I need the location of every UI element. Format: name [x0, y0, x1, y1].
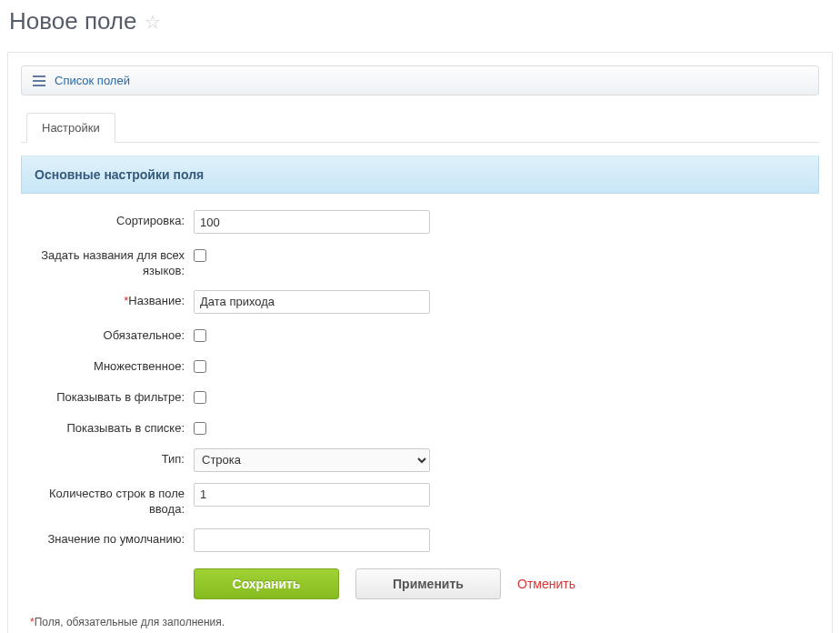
- label-type: Тип:: [30, 448, 194, 467]
- form-area: Сортировка: Задать названия для всех язы…: [21, 194, 819, 633]
- label-default-value: Значение по умолчанию:: [30, 528, 194, 548]
- svg-rect-2: [33, 85, 45, 86]
- row-all-lang-names: Задать названия для всех языков:: [30, 245, 810, 279]
- checkbox-show-in-list[interactable]: [194, 422, 206, 435]
- input-name[interactable]: [194, 290, 430, 314]
- checkbox-multiple[interactable]: [194, 360, 206, 373]
- tab-settings[interactable]: Настройки: [26, 113, 115, 143]
- label-multiple: Множественное:: [30, 356, 194, 375]
- list-icon: [33, 75, 45, 86]
- checkbox-show-in-filter[interactable]: [194, 391, 206, 404]
- select-type[interactable]: Строка: [194, 448, 430, 472]
- row-show-in-filter: Показывать в фильтре:: [30, 387, 810, 407]
- row-input-rows: Количество строк в поле ввода:: [30, 483, 810, 517]
- label-name: *Название:: [30, 290, 194, 309]
- row-multiple: Множественное:: [30, 356, 810, 376]
- input-rows[interactable]: [194, 483, 430, 507]
- page-title: Новое поле: [9, 7, 137, 35]
- page-title-wrap: Новое поле ☆: [0, 0, 840, 52]
- row-show-in-list: Показывать в списке:: [30, 417, 810, 437]
- cancel-link[interactable]: Отменить: [517, 577, 575, 591]
- row-name: *Название:: [30, 290, 810, 314]
- toolbar: Список полей: [21, 65, 819, 95]
- section-header: Основные настройки поля: [21, 156, 819, 194]
- button-row: Сохранить Применить Отменить: [30, 568, 810, 599]
- row-sort: Сортировка:: [30, 210, 810, 234]
- main-panel: Список полей Настройки Основные настройк…: [7, 52, 833, 633]
- apply-button[interactable]: Применить: [355, 568, 501, 599]
- label-show-in-list: Показывать в списке:: [30, 417, 194, 437]
- row-default-value: Значение по умолчанию:: [30, 528, 810, 552]
- input-default-value[interactable]: [194, 528, 430, 552]
- required-footnote: *Поля, обязательные для заполнения.: [30, 616, 810, 628]
- label-required: Обязательное:: [30, 325, 194, 344]
- checkbox-required[interactable]: [194, 329, 206, 342]
- tabs-row: Настройки: [21, 112, 819, 143]
- field-list-link[interactable]: Список полей: [55, 74, 130, 87]
- checkbox-all-lang-names[interactable]: [194, 249, 206, 262]
- input-sort[interactable]: [194, 210, 430, 234]
- label-show-in-filter: Показывать в фильтре:: [30, 387, 194, 406]
- row-type: Тип: Строка: [30, 448, 810, 472]
- label-input-rows: Количество строк в поле ввода:: [30, 483, 194, 517]
- row-required: Обязательное:: [30, 325, 810, 345]
- label-sort: Сортировка:: [30, 210, 194, 229]
- save-button[interactable]: Сохранить: [194, 568, 339, 599]
- svg-rect-1: [33, 80, 45, 82]
- favorite-star-icon[interactable]: ☆: [145, 11, 161, 33]
- label-all-lang-names: Задать названия для всех языков:: [30, 245, 194, 279]
- svg-rect-0: [33, 75, 45, 77]
